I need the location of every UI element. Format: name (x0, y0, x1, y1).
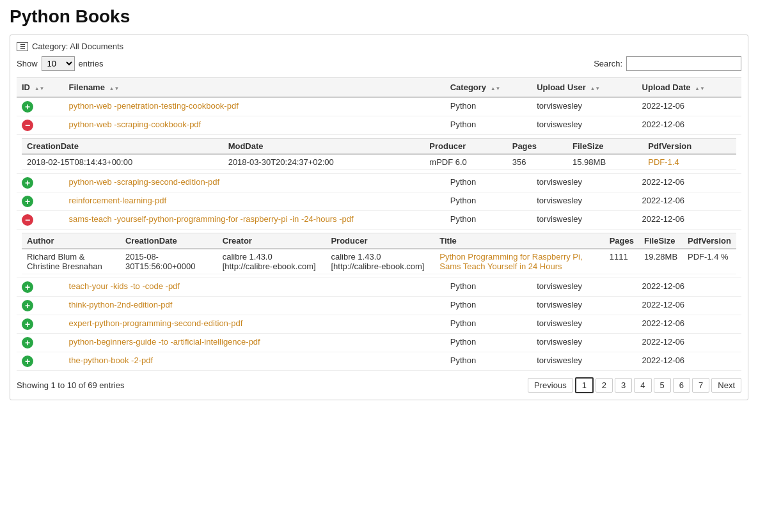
prev-button[interactable]: Previous (528, 378, 573, 393)
page-7-button[interactable]: 7 (692, 378, 709, 393)
sort-id: ▲▼ (35, 86, 45, 91)
expanded-detail-cell-2: AuthorCreationDateCreatorProducerTitlePa… (17, 230, 741, 278)
upload-user-cell: torviswesley (532, 315, 636, 334)
collapse-button[interactable]: − (22, 120, 33, 131)
detail-header: Title (434, 233, 604, 249)
upload-user-cell: torviswesley (532, 278, 636, 297)
detail-value: 2018-02-15T08:14:43+00:00 (22, 154, 223, 170)
category-cell: Python (445, 211, 532, 230)
filename-cell: expert-python-programming-second-edition… (64, 315, 445, 334)
sort-upload-date: ▲▼ (695, 86, 705, 91)
detail-header: CreationDate (120, 233, 217, 249)
expand-button[interactable]: + (22, 337, 33, 348)
table-row: +the-python-book -2-pdfPythontorviswesle… (17, 352, 741, 371)
col-category: Category ▲▼ (445, 78, 532, 98)
expand-button[interactable]: + (22, 281, 33, 293)
filename-link[interactable]: python-web -penetration-testing-cookbook… (69, 101, 239, 111)
search-input[interactable] (626, 56, 741, 71)
col-upload-user: Upload User ▲▼ (532, 78, 636, 98)
filename-link[interactable]: sams-teach -yourself-python-programming-… (69, 214, 354, 224)
detail-header: Pages (507, 139, 567, 155)
filename-cell: python-web -scraping-second-edition-pdf (64, 174, 445, 192)
id-cell: + (17, 174, 64, 192)
detail-header: Pages (604, 233, 639, 249)
main-table: ID ▲▼ Filename ▲▼ Category ▲▼ Upload Use… (17, 77, 741, 371)
filename-cell: sams-teach -yourself-python-programming-… (64, 211, 445, 230)
expand-button[interactable]: + (22, 196, 33, 207)
table-header-row: ID ▲▼ Filename ▲▼ Category ▲▼ Upload Use… (17, 78, 741, 98)
id-cell: + (17, 334, 64, 352)
upload-date-cell: 2022-12-06 (637, 278, 741, 297)
filename-cell: teach-your -kids -to -code -pdf (64, 278, 445, 297)
detail-value: 19.28MB (639, 249, 683, 274)
table-row: +python-beginners-guide -to -artificial-… (17, 334, 741, 352)
page-1-button[interactable]: 1 (575, 377, 594, 393)
next-button[interactable]: Next (711, 378, 741, 393)
page-3-button[interactable]: 3 (615, 378, 632, 393)
table-row: −python-web -scraping-cookbook-pdfPython… (17, 116, 741, 135)
upload-user-cell: torviswesley (532, 334, 636, 352)
detail-value: mPDF 6.0 (424, 154, 507, 170)
upload-date-cell: 2022-12-06 (637, 334, 741, 352)
upload-date-cell: 2022-12-06 (637, 174, 741, 192)
category-cell: Python (445, 192, 532, 211)
col-filename: Filename ▲▼ (64, 78, 445, 98)
detail-header: Producer (326, 233, 434, 249)
detail-value: PDF-1.4 (643, 154, 736, 170)
upload-user-cell: torviswesley (532, 174, 636, 192)
detail-header: FileSize (567, 139, 643, 155)
category-bar: Category: All Documents (17, 42, 741, 51)
search-label: Search: (594, 59, 622, 68)
filename-link[interactable]: reinforcement-learning-pdf (69, 196, 166, 205)
filename-link[interactable]: think-python-2nd-edition-pdf (69, 300, 173, 309)
category-icon (17, 42, 28, 51)
entries-select[interactable]: 10 25 50 100 (42, 56, 75, 71)
id-cell: + (17, 97, 64, 116)
collapse-button[interactable]: − (22, 214, 33, 226)
detail-value: Python Programming for Raspberry Pi, Sam… (434, 249, 604, 274)
page-6-button[interactable]: 6 (673, 378, 690, 393)
filename-link[interactable]: python-web -scraping-cookbook-pdf (69, 120, 201, 129)
upload-date-cell: 2022-12-06 (637, 211, 741, 230)
filename-cell: the-python-book -2-pdf (64, 352, 445, 371)
detail-value: Richard Blum & Christine Bresnahan (22, 249, 120, 274)
id-cell: + (17, 352, 64, 371)
detail-value: 2015-08-30T15:56:00+0000 (120, 249, 217, 274)
expand-button[interactable]: + (22, 300, 33, 311)
filename-link[interactable]: python-beginners-guide -to -artificial-i… (69, 337, 260, 347)
expand-button[interactable]: + (22, 177, 33, 189)
filename-link[interactable]: teach-your -kids -to -code -pdf (69, 281, 180, 291)
page-5-button[interactable]: 5 (654, 378, 671, 393)
filename-cell: reinforcement-learning-pdf (64, 192, 445, 211)
filename-cell: python-web -scraping-cookbook-pdf (64, 116, 445, 135)
upload-user-cell: torviswesley (532, 211, 636, 230)
expanded-detail-row-2: AuthorCreationDateCreatorProducerTitlePa… (17, 230, 741, 278)
detail-value: calibre 1.43.0 [http://calibre-ebook.com… (217, 249, 326, 274)
show-label: Show (17, 59, 38, 68)
filename-link[interactable]: python-web -scraping-second-edition-pdf (69, 177, 220, 187)
table-row: +python-web -penetration-testing-cookboo… (17, 97, 741, 116)
page-4-button[interactable]: 4 (634, 378, 651, 393)
id-cell: + (17, 315, 64, 334)
filename-link[interactable]: expert-python-programming-second-edition… (69, 318, 243, 328)
expand-button[interactable]: + (22, 356, 33, 367)
upload-user-cell: torviswesley (532, 352, 636, 371)
filename-link[interactable]: the-python-book -2-pdf (69, 356, 154, 365)
col-id: ID ▲▼ (17, 78, 64, 98)
id-cell: + (17, 278, 64, 297)
expand-button[interactable]: + (22, 101, 33, 113)
category-cell: Python (445, 174, 532, 192)
entries-label: entries (79, 59, 104, 68)
detail-value: PDF-1.4 % (683, 249, 736, 274)
sort-filename: ▲▼ (109, 86, 120, 91)
category-cell: Python (445, 97, 532, 116)
id-cell: + (17, 192, 64, 211)
expanded-detail-row: CreationDateModDateProducerPagesFileSize… (17, 135, 741, 174)
table-row: +expert-python-programming-second-editio… (17, 315, 741, 334)
page-2-button[interactable]: 2 (596, 378, 613, 393)
detail-header: CreationDate (22, 139, 223, 155)
category-cell: Python (445, 116, 532, 135)
expand-button[interactable]: + (22, 318, 33, 330)
id-cell: − (17, 211, 64, 230)
detail-header: Producer (424, 139, 507, 155)
